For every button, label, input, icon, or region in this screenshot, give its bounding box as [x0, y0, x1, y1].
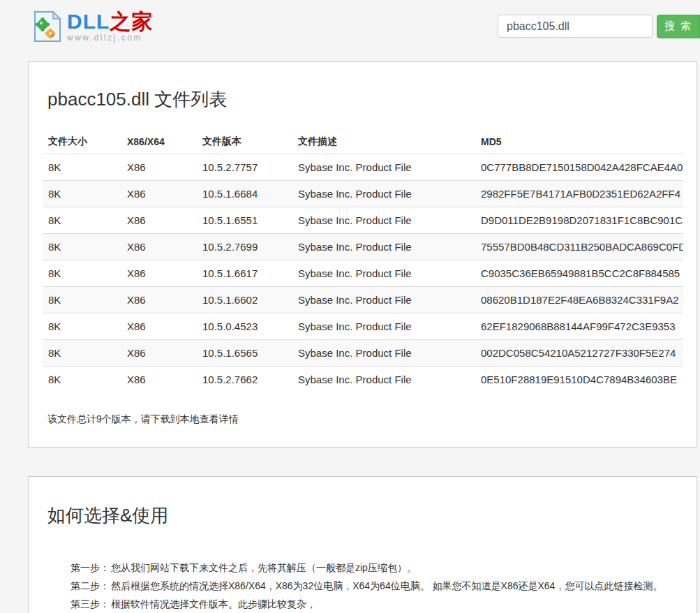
- step-text: 然后根据您系统的情况选择X86/X64，X86为32位电脑，X64为64位电脑。…: [111, 577, 683, 595]
- step-label: 第二步：: [70, 577, 111, 595]
- cell-description: Sybase Inc. Product File: [292, 181, 475, 207]
- column-header: 文件描述: [292, 130, 475, 154]
- cell-arch: X86: [121, 367, 197, 393]
- cell-md5: C9035C36EB65949881B5CC2C8F884585: [475, 260, 683, 287]
- column-header: 文件版本: [197, 130, 292, 154]
- cell-size: 8K: [43, 234, 121, 260]
- cell-size: 8K: [43, 260, 121, 287]
- cell-arch: X86: [121, 154, 197, 181]
- cell-md5: 0C777BB8DE7150158D042A428FCAE4A0: [475, 154, 683, 181]
- search-input[interactable]: [498, 15, 653, 38]
- file-table: 文件大小X86/X64文件版本文件描述MD5 8KX8610.5.2.7757S…: [43, 130, 683, 392]
- cell-version: 10.5.2.7662: [197, 367, 292, 393]
- table-row: 8KX8610.5.2.7662Sybase Inc. Product File…: [43, 367, 683, 393]
- step-label: 第一步：: [70, 559, 111, 577]
- table-row: 8KX8610.5.1.6565Sybase Inc. Product File…: [43, 340, 683, 367]
- column-header: MD5: [475, 130, 683, 154]
- cell-arch: X86: [121, 260, 197, 287]
- cell-description: Sybase Inc. Product File: [292, 207, 475, 234]
- table-row: 8KX8610.5.1.6617Sybase Inc. Product File…: [43, 260, 683, 287]
- cell-version: 10.5.1.6617: [197, 260, 292, 287]
- logo-site-url: www.dllzj.com: [67, 34, 153, 42]
- logo-name-cn: 之家: [110, 10, 153, 33]
- cell-description: Sybase Inc. Product File: [292, 367, 475, 393]
- cell-arch: X86: [121, 340, 197, 367]
- cell-arch: X86: [121, 234, 197, 260]
- cell-md5: D9D011DE2B9198D2071831F1C8BC901C: [475, 207, 683, 234]
- search-area: 搜 索: [498, 15, 700, 38]
- cell-size: 8K: [43, 340, 121, 367]
- table-header-row: 文件大小X86/X64文件版本文件描述MD5: [43, 130, 683, 154]
- cell-description: Sybase Inc. Product File: [292, 260, 475, 287]
- cell-md5: 62EF1829068B88144AF99F472C3E9353: [475, 313, 683, 340]
- cell-arch: X86: [121, 287, 197, 313]
- version-count-summary: 该文件总计9个版本，请下载到本地查看详情: [47, 413, 683, 426]
- cell-arch: X86: [121, 181, 197, 207]
- logo-name-en: DLL: [67, 10, 110, 33]
- cell-size: 8K: [43, 287, 121, 313]
- cell-size: 8K: [43, 154, 121, 181]
- cell-description: Sybase Inc. Product File: [292, 154, 475, 181]
- table-row: 8KX8610.5.2.7757Sybase Inc. Product File…: [43, 154, 683, 181]
- cell-version: 10.5.0.4523: [197, 313, 292, 340]
- cell-version: 10.5.1.6551: [197, 207, 292, 234]
- howto-title: 如何选择&使用: [47, 503, 683, 528]
- step-line: 第三步：根据软件情况选择文件版本。此步骤比较复杂，: [70, 595, 683, 613]
- howto-steps: 第一步：您从我们网站下载下来文件之后，先将其解压（一般都是zip压缩包）。第二步…: [70, 559, 683, 613]
- step-text: 您从我们网站下载下来文件之后，先将其解压（一般都是zip压缩包）。: [111, 559, 683, 577]
- column-header: X86/X64: [121, 130, 197, 154]
- file-table-body: 8KX8610.5.2.7757Sybase Inc. Product File…: [43, 154, 683, 393]
- cell-md5: 08620B1D187E2F48EA6B8324C331F9A2: [475, 287, 683, 313]
- step-label: 第三步：: [70, 595, 111, 613]
- column-header: 文件大小: [43, 130, 121, 154]
- file-list-card: pbacc105.dll 文件列表 文件大小X86/X64文件版本文件描述MD5…: [28, 61, 697, 448]
- cell-md5: 0E510F28819E91510D4C7894B34603BE: [475, 367, 683, 393]
- cell-md5: 002DC058C54210A5212727F330F5E274: [475, 340, 683, 367]
- cell-version: 10.5.1.6602: [197, 287, 292, 313]
- site-logo[interactable]: DLL之家 www.dllzj.com: [33, 10, 153, 43]
- step-text: 根据软件情况选择文件版本。此步骤比较复杂，: [111, 595, 683, 613]
- cell-size: 8K: [43, 181, 121, 207]
- cell-size: 8K: [43, 367, 121, 393]
- logo-text: DLL之家 www.dllzj.com: [67, 11, 153, 42]
- step-line: 第二步：然后根据您系统的情况选择X86/X64，X86为32位电脑，X64为64…: [70, 577, 683, 595]
- table-row: 8KX8610.5.1.6602Sybase Inc. Product File…: [43, 287, 683, 313]
- cell-description: Sybase Inc. Product File: [292, 234, 475, 260]
- cell-arch: X86: [121, 207, 197, 234]
- cell-version: 10.5.1.6565: [197, 340, 292, 367]
- cell-version: 10.5.2.7699: [197, 234, 292, 260]
- dll-file-icon: [33, 10, 61, 43]
- file-list-title: pbacc105.dll 文件列表: [47, 87, 683, 112]
- cell-version: 10.5.1.6684: [197, 181, 292, 207]
- site-header: DLL之家 www.dllzj.com 搜 索: [0, 0, 700, 52]
- cell-md5: 75557BD0B48CD311B250BADCA869C0FD: [475, 234, 683, 260]
- cell-description: Sybase Inc. Product File: [292, 313, 475, 340]
- search-button[interactable]: 搜 索: [657, 15, 700, 38]
- table-row: 8KX8610.5.0.4523Sybase Inc. Product File…: [43, 313, 683, 340]
- howto-card: 如何选择&使用 第一步：您从我们网站下载下来文件之后，先将其解压（一般都是zip…: [28, 476, 697, 613]
- cell-size: 8K: [43, 313, 121, 340]
- cell-description: Sybase Inc. Product File: [292, 340, 475, 367]
- cell-version: 10.5.2.7757: [197, 154, 292, 181]
- cell-size: 8K: [43, 207, 121, 234]
- cell-arch: X86: [121, 313, 197, 340]
- table-row: 8KX8610.5.2.7699Sybase Inc. Product File…: [43, 234, 683, 260]
- table-row: 8KX8610.5.1.6684Sybase Inc. Product File…: [43, 181, 683, 207]
- cell-description: Sybase Inc. Product File: [292, 287, 475, 313]
- step-line: 第一步：您从我们网站下载下来文件之后，先将其解压（一般都是zip压缩包）。: [70, 559, 683, 577]
- table-row: 8KX8610.5.1.6551Sybase Inc. Product File…: [43, 207, 683, 234]
- cell-md5: 2982FF5E7B4171AFB0D2351ED62A2FF4: [475, 181, 683, 207]
